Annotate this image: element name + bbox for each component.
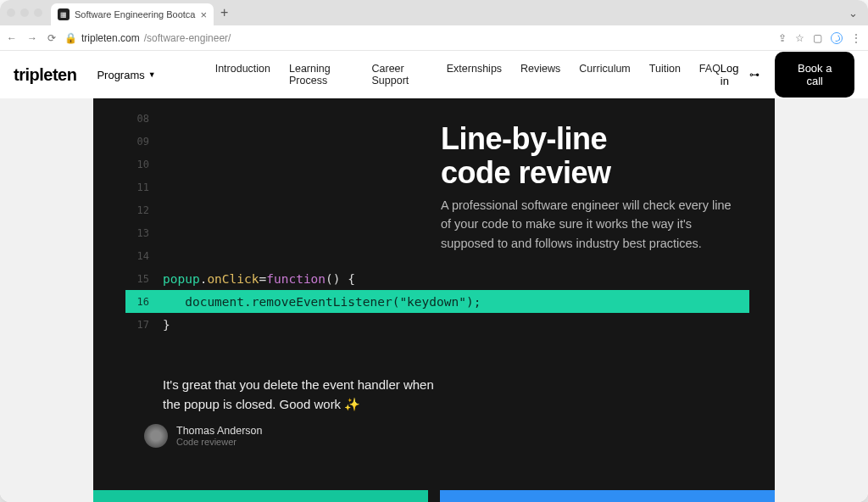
new-tab-button[interactable]: +: [220, 5, 228, 20]
review-author: Thomas Anderson Code reviewer: [144, 424, 262, 448]
code-line-17: 17 }: [125, 313, 749, 336]
nav-faq[interactable]: FAQ: [699, 63, 721, 86]
traffic-light-min[interactable]: [20, 8, 29, 17]
bottom-ribbons: [93, 490, 775, 502]
line-number: 14: [125, 250, 149, 262]
author-role: Code reviewer: [176, 437, 262, 447]
nav-tuition[interactable]: Tuition: [649, 63, 681, 86]
programs-menu[interactable]: Programs ▼: [97, 69, 155, 81]
nav-curriculum[interactable]: Curriculum: [579, 63, 630, 86]
url-domain: tripleten.com: [81, 32, 140, 44]
line-number: 11: [125, 181, 149, 193]
lock-icon: 🔒: [64, 32, 77, 44]
programs-label: Programs: [97, 69, 144, 81]
line-number: 10: [125, 159, 149, 170]
line-number: 15: [125, 273, 149, 285]
forward-icon[interactable]: →: [27, 32, 37, 44]
tab-title: Software Engineering Bootca: [75, 9, 195, 20]
main-nav: Introduction Learning Process Career Sup…: [215, 63, 721, 86]
traffic-light-close[interactable]: [7, 8, 15, 17]
avatar: [144, 424, 168, 448]
line-number: 09: [125, 136, 149, 148]
line-number: 17: [125, 319, 149, 331]
url-path: /software-engineer/: [144, 32, 231, 44]
share-icon[interactable]: ⇪: [778, 32, 787, 44]
chevron-down-icon[interactable]: ⌄: [849, 7, 858, 20]
line-number: 08: [125, 113, 149, 125]
overflow-icon[interactable]: ⋮: [851, 32, 861, 44]
hero-card: Line-by-line code review A professional …: [93, 98, 775, 502]
extensions-icon[interactable]: ▢: [813, 32, 822, 44]
caret-down-icon: ▼: [148, 70, 156, 79]
brand-logo[interactable]: tripleten: [14, 65, 76, 85]
window-controls[interactable]: [7, 8, 42, 17]
author-name: Thomas Anderson: [176, 425, 262, 437]
nav-externships[interactable]: Externships: [447, 63, 502, 86]
extension-circle-icon[interactable]: [831, 32, 843, 44]
browser-window: ▦ Software Engineering Bootca × + ⌄ ← → …: [0, 0, 868, 502]
traffic-light-max[interactable]: [34, 8, 42, 17]
tab-strip: ▦ Software Engineering Bootca × + ⌄: [0, 0, 868, 25]
line-number: 13: [125, 227, 149, 239]
nav-introduction[interactable]: Introduction: [215, 63, 270, 86]
book-call-button[interactable]: Book a call: [775, 52, 854, 98]
nav-learning-process[interactable]: Learning Process: [289, 63, 353, 86]
page-content: tripleten Programs ▼ Introduction Learni…: [0, 51, 868, 502]
login-label: Log in: [721, 62, 747, 87]
line-number: 16: [125, 296, 149, 308]
ribbon-teal: [93, 490, 428, 502]
reload-icon[interactable]: ⟳: [47, 32, 56, 44]
code-line-16-highlighted: 16 document.removeEventListener("keydown…: [125, 290, 749, 313]
review-comment: It's great that you delete the event han…: [163, 375, 434, 415]
address-bar[interactable]: 🔒 tripleten.com/software-engineer/: [64, 32, 770, 44]
nav-reviews[interactable]: Reviews: [520, 63, 560, 86]
browser-tab[interactable]: ▦ Software Engineering Bootca ×: [51, 3, 214, 25]
key-icon: ⊶: [749, 69, 760, 81]
back-icon[interactable]: ←: [7, 32, 17, 44]
site-header: tripleten Programs ▼ Introduction Learni…: [0, 51, 868, 98]
nav-career-support[interactable]: Career Support: [371, 63, 427, 86]
close-icon[interactable]: ×: [200, 8, 207, 21]
line-number: 12: [125, 204, 149, 216]
favicon-icon: ▦: [58, 8, 70, 20]
url-bar: ← → ⟳ 🔒 tripleten.com/software-engineer/…: [0, 25, 868, 51]
login-link[interactable]: Log in ⊶: [721, 62, 760, 87]
code-line-15: 15 popup.onClick = function () {: [125, 267, 749, 290]
ribbon-blue: [440, 490, 775, 502]
star-icon[interactable]: ☆: [795, 32, 804, 44]
code-block: 08 09 10 11 12 13 14 15 popup.onClick = …: [125, 107, 749, 336]
